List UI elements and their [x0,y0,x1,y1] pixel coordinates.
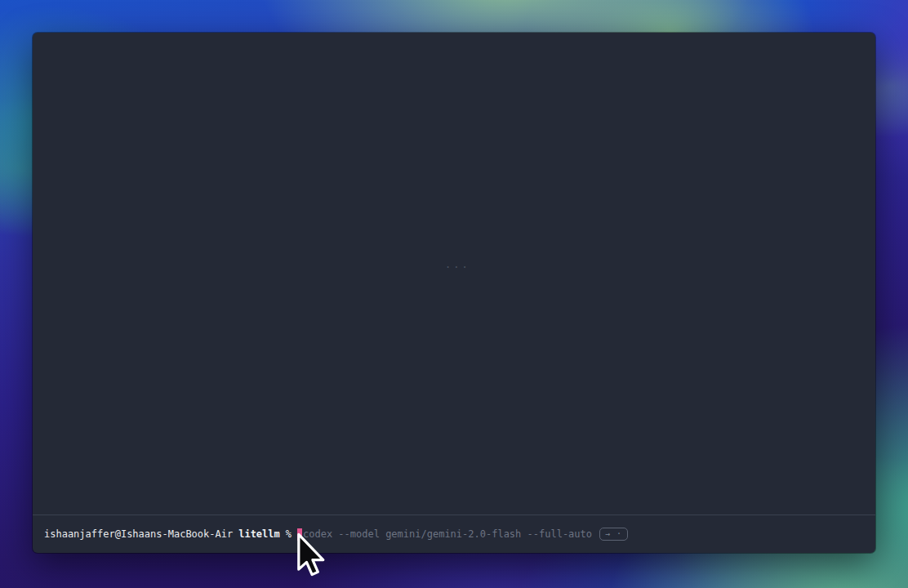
autosuggestion-text: codex --model gemini/gemini-2.0-flash --… [303,528,592,540]
prompt-user-host: ishaanjaffer@Ishaans-MacBook-Air [44,528,233,540]
loading-indicator: ··· [445,261,470,273]
prompt-symbol: % [286,528,292,540]
terminal-window[interactable]: ··· ishaanjaffer@Ishaans-MacBook-Air lit… [33,33,875,553]
prompt-directory: litellm [238,528,280,540]
text-cursor [297,528,302,541]
desktop-wallpaper: ··· ishaanjaffer@Ishaans-MacBook-Air lit… [0,0,908,588]
terminal-prompt-bar[interactable]: ishaanjaffer@Ishaans-MacBook-Air litellm… [33,514,875,553]
terminal-output-area: ··· [33,33,875,514]
accept-suggestion-hint-badge: → · [599,528,628,541]
